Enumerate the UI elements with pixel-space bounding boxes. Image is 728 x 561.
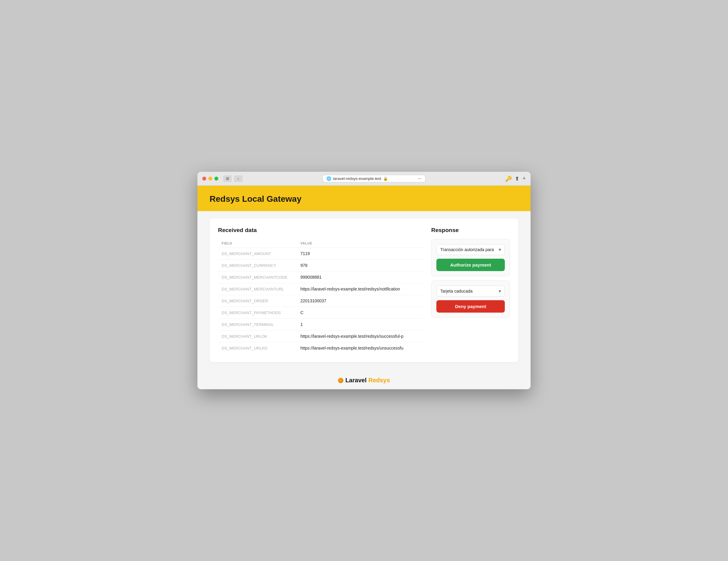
response-section: Response Transacción autorizada para Tra… [431, 227, 510, 354]
traffic-lights [202, 177, 218, 181]
maximize-button[interactable] [214, 177, 218, 181]
browser-chrome: ⊞ ‹ 🌐 laravel-redsys-example.test 🔒 ⋯ 🔑 … [197, 172, 531, 186]
field-cell: DS_MERCHANT_TERMINAL [218, 319, 297, 330]
field-cell: DS_MERCHANT_CURRENCY [218, 260, 297, 271]
value-cell: 7119 [297, 248, 422, 260]
field-cell: DS_MERCHANT_MERCHANTURL [218, 283, 297, 295]
titlebar: ⊞ ‹ 🌐 laravel-redsys-example.test 🔒 ⋯ 🔑 … [202, 175, 526, 182]
password-icon[interactable]: 🔑 [505, 175, 512, 182]
table-row: DS_MERCHANT_URLKOhttps://laravel-redsys-… [218, 342, 422, 354]
value-cell: https://laravel-redsys-example.test/reds… [297, 342, 422, 354]
deny-select[interactable]: Tarjeta caducada Fondos insuficientes Op… [436, 286, 505, 297]
value-cell: C [297, 307, 422, 319]
table-row: DS_MERCHANT_MERCHANTURLhttps://laravel-r… [218, 283, 422, 295]
field-cell: DS_MERCHANT_PAYMETHODS [218, 307, 297, 319]
table-row: DS_MERCHANT_AMOUNT7119 [218, 248, 422, 260]
back-button[interactable]: ‹ [234, 175, 243, 182]
new-tab-icon[interactable]: + [522, 175, 526, 182]
table-row: DS_MERCHANT_TERMINAL1 [218, 319, 422, 330]
field-cell: DS_MERCHANT_URLKO [218, 342, 297, 354]
laravel-text: Laravel [345, 377, 366, 384]
field-cell: DS_MERCHANT_ORDER [218, 295, 297, 307]
right-toolbar: 🔑 ⬆ + [505, 175, 526, 182]
close-button[interactable] [202, 177, 206, 181]
address-bar[interactable]: 🌐 laravel-redsys-example.test 🔒 ⋯ [323, 175, 425, 182]
value-cell: 22013100037 [297, 295, 422, 307]
deny-select-wrapper: Tarjeta caducada Fondos insuficientes Op… [436, 286, 505, 297]
redsys-text: Redsys [368, 377, 390, 384]
col-field-header: FIELD [218, 239, 297, 248]
table-row: DS_MERCHANT_URLOKhttps://laravel-redsys-… [218, 330, 422, 342]
value-cell: 1 [297, 319, 422, 330]
page-header: Redsys Local Gateway [197, 186, 531, 211]
field-cell: DS_MERCHANT_MERCHANTCODE [218, 271, 297, 283]
value-cell: 999008881 [297, 271, 422, 283]
deny-block: Tarjeta caducada Fondos insuficientes Op… [431, 281, 510, 318]
browser-window: ⊞ ‹ 🌐 laravel-redsys-example.test 🔒 ⋯ 🔑 … [197, 172, 531, 389]
footer-logo: Laravel Redsys [338, 377, 390, 384]
deny-payment-button[interactable]: Deny payment [436, 300, 505, 313]
url-text: laravel-redsys-example.test [333, 176, 381, 181]
page-content: Redsys Local Gateway Received data FIELD… [197, 186, 531, 389]
page-title: Redsys Local Gateway [210, 194, 518, 204]
authorize-select-wrapper: Transacción autorizada para Transacción … [436, 244, 505, 255]
address-bar-container: 🌐 laravel-redsys-example.test 🔒 ⋯ [246, 175, 501, 182]
table-row: DS_MERCHANT_CURRENCY978 [218, 260, 422, 271]
received-data-title: Received data [218, 227, 422, 234]
share-icon[interactable]: ⬆ [515, 175, 519, 182]
table-row: DS_MERCHANT_ORDER22013100037 [218, 295, 422, 307]
main-card: Received data FIELD VALUE DS_MERCHANT_AM… [210, 218, 518, 362]
table-row: DS_MERCHANT_MERCHANTCODE999008881 [218, 271, 422, 283]
minimize-button[interactable] [208, 177, 212, 181]
table-row: DS_MERCHANT_PAYMETHODSC [218, 307, 422, 319]
globe-icon: 🌐 [326, 176, 331, 181]
field-cell: DS_MERCHANT_AMOUNT [218, 248, 297, 260]
authorize-select[interactable]: Transacción autorizada para Transacción … [436, 244, 505, 255]
data-table: FIELD VALUE DS_MERCHANT_AMOUNT7119DS_MER… [218, 239, 422, 354]
sidebar-toggle-button[interactable]: ⊞ [223, 175, 232, 182]
value-cell: https://laravel-redsys-example.test/reds… [297, 283, 422, 295]
field-cell: DS_MERCHANT_URLOK [218, 330, 297, 342]
value-cell: 978 [297, 260, 422, 271]
page-footer: Laravel Redsys [197, 371, 531, 389]
page-body: Received data FIELD VALUE DS_MERCHANT_AM… [197, 211, 531, 371]
response-title: Response [431, 227, 510, 234]
data-section: Received data FIELD VALUE DS_MERCHANT_AM… [218, 227, 422, 354]
card-columns: Received data FIELD VALUE DS_MERCHANT_AM… [218, 227, 510, 354]
more-icon[interactable]: ⋯ [418, 176, 422, 181]
laravel-dot-icon [338, 378, 343, 383]
authorize-block: Transacción autorizada para Transacción … [431, 239, 510, 276]
browser-controls: ⊞ ‹ [223, 175, 243, 182]
value-cell: https://laravel-redsys-example.test/reds… [297, 330, 422, 342]
col-value-header: VALUE [297, 239, 422, 248]
lock-icon: 🔒 [383, 176, 388, 181]
authorize-payment-button[interactable]: Authorize payment [436, 259, 505, 271]
